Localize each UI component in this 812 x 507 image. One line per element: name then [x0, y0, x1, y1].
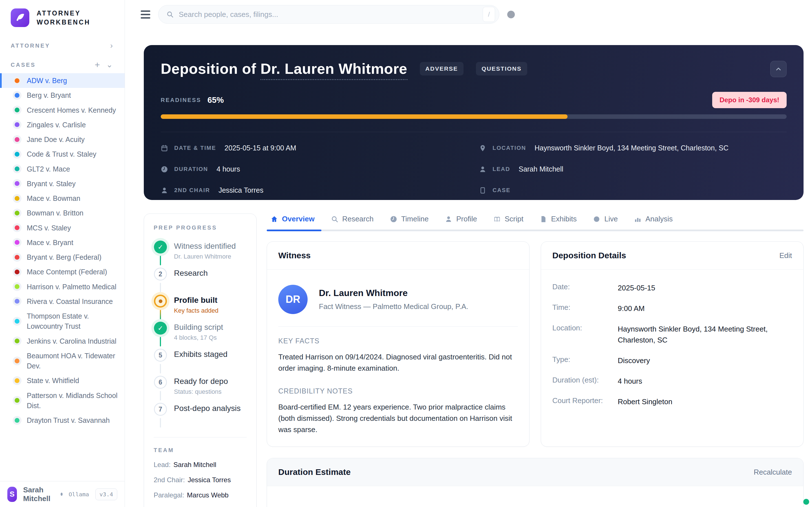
case-item[interactable]: Beaumont HOA v. Tidewater Dev. [0, 348, 124, 374]
detail-label: Duration (est): [552, 376, 618, 387]
case-color-dot [15, 319, 19, 324]
duration-estimate-title: Duration Estimate [278, 467, 351, 477]
check-icon: ✓ [154, 322, 167, 335]
search-input[interactable] [179, 10, 477, 19]
questions-badge: QUESTIONS [476, 62, 527, 75]
tab-analysis[interactable]: Analysis [634, 215, 673, 231]
case-item[interactable]: Patterson v. Midlands School Dist. [0, 388, 124, 413]
user-name: Sarah Mitchell [23, 486, 54, 503]
key-facts-label: KEY FACTS [278, 337, 518, 345]
readiness-label: READINESS [161, 97, 201, 103]
chevron-up-icon [775, 65, 782, 73]
tab-overview[interactable]: Overview [271, 215, 315, 231]
case-item[interactable]: Bowman v. Britton [0, 206, 124, 220]
clock-icon [390, 216, 397, 223]
case-color-dot [15, 181, 19, 186]
field-lead: LEAD Sarah Mitchell [479, 165, 786, 173]
case-item[interactable]: GLT2 v. Mace [0, 162, 124, 176]
case-item[interactable]: State v. Whitfield [0, 373, 124, 388]
recalculate-button[interactable]: Recalculate [754, 468, 792, 476]
topbar: / [125, 0, 812, 24]
step-profile-built[interactable]: Profile builtKey facts added [154, 295, 247, 322]
collapse-hero-button[interactable] [770, 61, 786, 77]
case-item[interactable]: Berg v. Bryant [0, 88, 124, 103]
case-item[interactable]: Zingales v. Carlisle [0, 117, 124, 132]
add-case-icon[interactable]: + [95, 60, 101, 69]
pin-icon [479, 145, 486, 152]
case-color-dot [15, 378, 19, 383]
step-research[interactable]: 2 Research [154, 268, 247, 295]
case-item[interactable]: Mace v. Bryant [0, 235, 124, 250]
app-logo [11, 8, 29, 27]
case-item[interactable]: Jenkins v. Carolina Industrial [0, 334, 124, 348]
search-box[interactable]: / [158, 5, 499, 24]
edit-details-button[interactable]: Edit [779, 251, 792, 260]
step-exhibits-staged[interactable]: 5 Exhibits staged [154, 349, 247, 376]
shortcut-key-badge: / [483, 7, 495, 22]
case-item[interactable]: Harrison v. Palmetto Medical [0, 279, 124, 294]
tab-exhibits[interactable]: Exhibits [540, 215, 576, 231]
step-post-depo-analysis[interactable]: 7 Post-depo analysis [154, 403, 247, 430]
search-icon [331, 216, 338, 223]
team-2nd-chair-row: 2nd Chair:Jessica Torres [154, 476, 247, 484]
case-color-dot [15, 152, 19, 157]
detail-label: Date: [552, 283, 618, 293]
step-witness-identified[interactable]: ✓ Witness identifiedDr. Lauren Whitmore [154, 240, 247, 268]
readiness-progress-bar [161, 114, 786, 119]
sidebar-section-cases[interactable]: CASES + ⌄ [0, 60, 124, 69]
case-color-dot [15, 255, 19, 260]
deposition-hero: Deposition of Dr. Lauren Whitmore ADVERS… [144, 45, 804, 200]
step-ready-for-depo[interactable]: 6 Ready for depoStatus: questions [154, 376, 247, 403]
detail-value: 9:00 AM [618, 303, 792, 314]
feather-icon [15, 12, 26, 23]
case-color-dot [15, 339, 19, 343]
step-number: 7 [154, 403, 167, 416]
case-item[interactable]: Mace v. Bowman [0, 191, 124, 206]
tab-timeline[interactable]: Timeline [390, 215, 428, 231]
chevron-down-icon[interactable]: ⌄ [106, 61, 114, 69]
witness-role: Fact Witness — Palmetto Medical Group, P… [319, 302, 468, 311]
duration-estimate-value: 3h 01 [278, 506, 792, 507]
right-column: Overview Research Timeline Profile [267, 214, 804, 507]
case-item[interactable]: Thompson Estate v. Lowcountry Trust [0, 309, 124, 334]
menu-icon[interactable] [141, 9, 150, 20]
step-building-script[interactable]: ✓ Building script4 blocks, 17 Qs [154, 322, 247, 349]
case-color-dot [15, 358, 19, 363]
team-title: TEAM [154, 447, 247, 453]
step-number: 5 [154, 349, 167, 362]
detail-value: 4 hours [618, 376, 792, 387]
tab-profile[interactable]: Profile [445, 215, 477, 231]
case-item[interactable]: Jane Doe v. Acuity [0, 132, 124, 147]
tab-script[interactable]: Script [493, 215, 523, 231]
case-item[interactable]: Bryant v. Staley [0, 176, 124, 191]
prep-progress-panel: PREP PROGRESS ✓ Witness identifiedDr. La… [144, 214, 257, 507]
record-circle-icon [593, 216, 600, 223]
tab-live[interactable]: Live [593, 215, 618, 231]
user-bar[interactable]: S Sarah Mitchell Ollama v3.4 [0, 481, 124, 507]
field-case: CASE [479, 186, 786, 194]
case-item[interactable]: Crescent Homes v. Kennedy [0, 103, 124, 117]
case-color-dot [15, 398, 19, 403]
tab-research[interactable]: Research [331, 215, 373, 231]
case-item[interactable]: Mace Contempt (Federal) [0, 265, 124, 279]
chevron-right-icon[interactable]: › [110, 42, 114, 50]
case-color-dot [15, 78, 19, 83]
witness-name-link[interactable]: Dr. Lauren Whitmore [260, 61, 407, 80]
case-color-dot [15, 93, 19, 98]
book-icon [493, 216, 501, 223]
detail-value: Robert Singleton [618, 396, 792, 407]
document-icon [479, 187, 486, 194]
detail-label: Type: [552, 355, 618, 366]
case-list: ADW v. Berg Berg v. Bryant Crescent Home… [0, 73, 124, 507]
sidebar-section-attorney[interactable]: ATTORNEY › [0, 42, 124, 50]
case-item[interactable]: Code & Trust v. Staley [0, 147, 124, 161]
case-item[interactable]: Drayton Trust v. Savannah [0, 413, 124, 428]
depo-countdown-badge: Depo in -309 days! [712, 92, 786, 108]
case-item[interactable]: Rivera v. Coastal Insurance [0, 294, 124, 309]
case-color-dot [15, 137, 19, 142]
case-item[interactable]: Bryant v. Berg (Federal) [0, 250, 124, 265]
case-item[interactable]: MCS v. Staley [0, 221, 124, 235]
system-status-dot-icon [803, 499, 809, 505]
case-item[interactable]: ADW v. Berg [0, 73, 124, 88]
witness-name: Dr. Lauren Whitmore [319, 288, 468, 298]
